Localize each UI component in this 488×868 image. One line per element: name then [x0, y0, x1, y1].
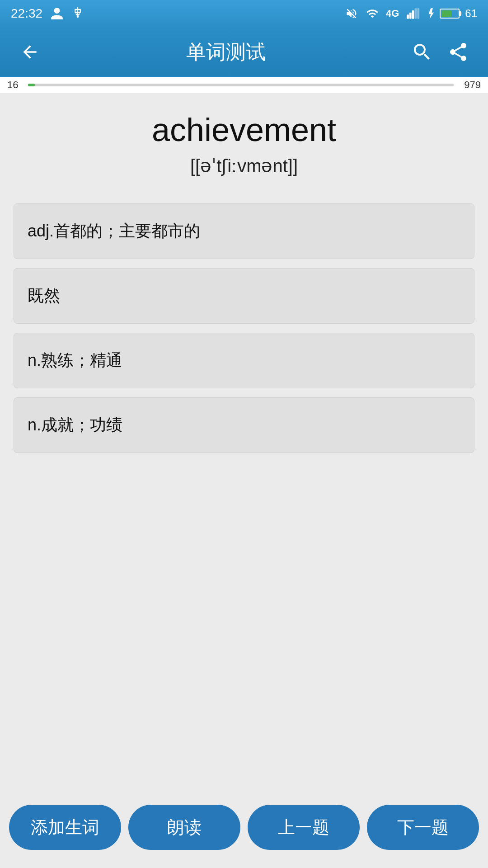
- spacer: [14, 471, 474, 785]
- word-text: achievement: [14, 111, 474, 148]
- option-2[interactable]: 既然: [14, 268, 474, 324]
- next-question-button[interactable]: 下一题: [367, 805, 479, 850]
- read-aloud-button[interactable]: 朗读: [128, 805, 240, 850]
- progress-total: 979: [458, 79, 481, 91]
- svg-rect-1: [407, 14, 409, 19]
- word-section: achievement [[əˈtʃiːvmənt]]: [14, 111, 474, 176]
- svg-point-0: [77, 16, 79, 18]
- svg-rect-3: [412, 10, 414, 19]
- network-4g: 4G: [386, 8, 399, 19]
- app-bar: 单词测试: [0, 27, 488, 77]
- word-phonetic: [[əˈtʃiːvmənt]]: [14, 156, 474, 176]
- share-button[interactable]: [445, 38, 472, 66]
- battery-percent: 61: [465, 7, 477, 20]
- status-bar-right: 4G 61: [344, 7, 477, 20]
- option-4[interactable]: n.成就；功绩: [14, 397, 474, 453]
- usb-icon: [71, 6, 84, 21]
- progress-track: [28, 84, 454, 86]
- back-button[interactable]: [16, 38, 43, 66]
- add-word-button[interactable]: 添加生词: [9, 805, 121, 850]
- wifi-icon: [364, 7, 380, 20]
- progress-bar-container: 16 979: [0, 77, 488, 93]
- status-bar: 22:32 4G: [0, 0, 488, 27]
- svg-rect-2: [409, 13, 412, 19]
- status-time: 22:32: [11, 6, 42, 21]
- svg-rect-5: [418, 8, 420, 19]
- page-title: 单词测试: [43, 39, 408, 66]
- progress-current: 16: [7, 79, 23, 91]
- progress-fill: [28, 84, 35, 86]
- battery-icon: [440, 9, 460, 19]
- svg-rect-4: [415, 8, 417, 19]
- main-content: achievement [[əˈtʃiːvmənt]] adj.首都的；主要都市…: [0, 93, 488, 794]
- option-1[interactable]: adj.首都的；主要都市的: [14, 203, 474, 259]
- signal-icon: [404, 7, 421, 20]
- status-bar-left: 22:32: [11, 6, 84, 21]
- charging-icon: [426, 7, 434, 20]
- search-button[interactable]: [408, 38, 436, 66]
- prev-question-button[interactable]: 上一题: [248, 805, 360, 850]
- options-container: adj.首都的；主要都市的 既然 n.熟练；精通 n.成就；功绩: [14, 203, 474, 453]
- bottom-bar: 添加生词 朗读 上一题 下一题: [0, 794, 488, 868]
- mute-icon: [344, 7, 359, 20]
- app-bar-actions: [408, 38, 472, 66]
- person-icon: [50, 6, 64, 21]
- option-3[interactable]: n.熟练；精通: [14, 333, 474, 388]
